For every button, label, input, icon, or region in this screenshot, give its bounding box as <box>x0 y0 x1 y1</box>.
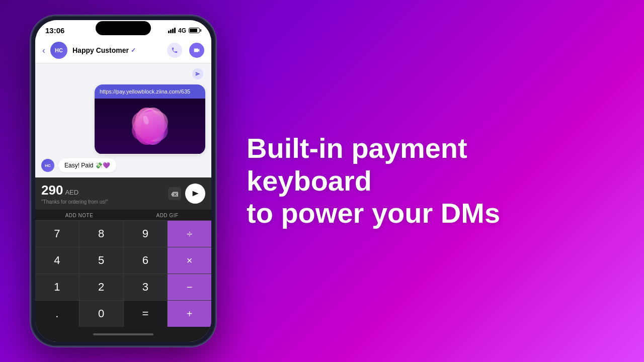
key-2[interactable]: 2 <box>79 274 123 300</box>
amount-currency: AED <box>65 189 78 196</box>
send-button[interactable] <box>185 184 205 204</box>
key-decimal[interactable]: . <box>35 301 79 327</box>
tagline: Built-in payment keyboard to power your … <box>216 132 614 229</box>
chat-body: https://pay.yellowblock.ziina.com/635 <box>35 63 211 177</box>
phone-shell: 13:06 4G ‹ H <box>30 15 216 347</box>
contact-info: Happy Customer ✓ <box>72 46 162 54</box>
key-divide[interactable]: ÷ <box>168 221 211 247</box>
contact-name: Happy Customer ✓ <box>72 46 162 54</box>
amount-note: "Thanks for ordering from us!" <box>41 199 164 205</box>
status-right: 4G <box>168 27 201 34</box>
header-actions <box>167 43 204 58</box>
payment-info: Your order at YellowBlock: 635 AED Yello… <box>95 154 205 154</box>
phone-call-button[interactable] <box>167 43 182 58</box>
key-9[interactable]: 9 <box>124 221 168 247</box>
tagline-text: Built-in payment keyboard to power your … <box>247 132 500 229</box>
video-call-button[interactable] <box>189 43 204 58</box>
add-gif-label[interactable]: ADD GIF <box>123 213 211 218</box>
numpad: 7 8 9 ÷ 4 5 6 × 1 2 3 − . 0 <box>35 220 211 327</box>
key-minus[interactable]: − <box>168 274 211 300</box>
home-bar <box>93 333 153 335</box>
reply-bubble: HC Easy! Paid 💸💜 <box>41 158 116 172</box>
keyboard-actions: ADD NOTE ADD GIF <box>35 210 211 220</box>
phone-screen: 13:06 4G ‹ H <box>35 20 211 342</box>
verified-badge: ✓ <box>131 47 136 54</box>
key-multiply[interactable]: × <box>168 247 211 274</box>
payment-input-bar: 290 AED "Thanks for ordering from us!" <box>35 177 211 210</box>
payment-url: https://pay.yellowblock.ziina.com/635 <box>95 84 205 99</box>
back-button[interactable]: ‹ <box>42 45 45 56</box>
key-equals[interactable]: = <box>124 301 168 327</box>
clear-button[interactable] <box>168 187 181 200</box>
signal-icon <box>168 28 176 33</box>
payment-card-bubble: https://pay.yellowblock.ziina.com/635 <box>95 84 205 154</box>
key-5[interactable]: 5 <box>79 247 123 274</box>
amount-number: 290 <box>41 183 63 198</box>
key-1[interactable]: 1 <box>35 274 79 300</box>
key-0[interactable]: 0 <box>79 301 123 327</box>
key-4[interactable]: 4 <box>35 247 79 274</box>
key-8[interactable]: 8 <box>79 221 123 247</box>
dynamic-island <box>96 21 151 35</box>
keyboard-area: 290 AED "Thanks for ordering from us!" <box>35 177 211 342</box>
network-label: 4G <box>178 27 186 34</box>
phone-mockup: 13:06 4G ‹ H <box>30 15 216 347</box>
home-area <box>35 327 211 342</box>
key-3[interactable]: 3 <box>124 274 168 300</box>
add-note-label[interactable]: ADD NOTE <box>35 213 123 218</box>
status-time: 13:06 <box>45 26 64 35</box>
payment-image <box>95 99 205 154</box>
amount-display: 290 AED "Thanks for ordering from us!" <box>41 183 164 205</box>
key-6[interactable]: 6 <box>124 247 168 274</box>
crystal-icon <box>125 103 175 150</box>
contact-avatar: HC <box>50 42 67 59</box>
key-7[interactable]: 7 <box>35 221 79 247</box>
reply-avatar: HC <box>41 159 54 172</box>
chat-header: ‹ HC Happy Customer ✓ <box>35 38 211 63</box>
reply-text: Easy! Paid 💸💜 <box>58 158 116 172</box>
key-plus[interactable]: + <box>168 301 211 327</box>
battery-icon <box>189 28 201 33</box>
